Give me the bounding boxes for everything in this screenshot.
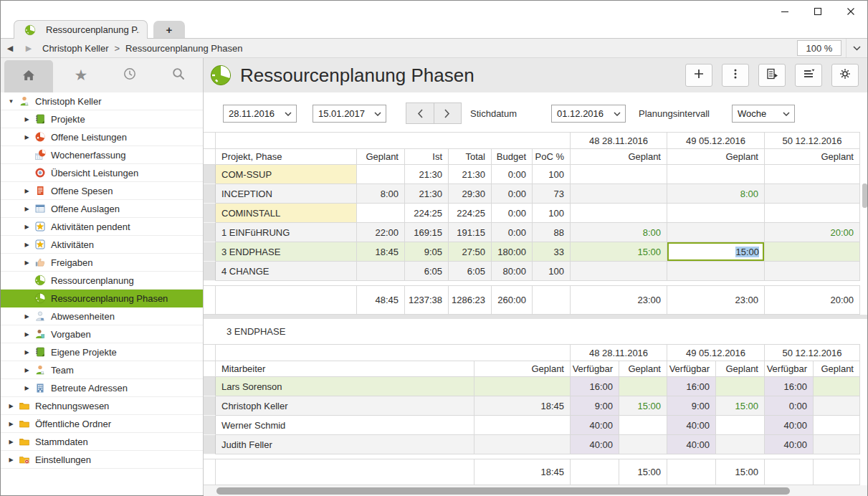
maximize-button[interactable]: [801, 1, 834, 22]
close-button[interactable]: [834, 1, 867, 22]
sidebar-item-betreute-adressen[interactable]: ▶Betreute Adressen: [1, 379, 203, 397]
chevron-collapsed-icon[interactable]: ▶: [22, 259, 32, 266]
chevron-down-icon[interactable]: [609, 105, 625, 122]
prev-week-button[interactable]: [406, 103, 434, 123]
sidebar-item-team[interactable]: ▶Team: [1, 361, 203, 379]
week-plan-cell[interactable]: [716, 377, 765, 396]
date-from-select[interactable]: 28.11.2016: [223, 105, 297, 123]
sidebar-item-wochenerfassung[interactable]: Wochenerfassung: [1, 146, 203, 164]
chevron-collapsed-icon[interactable]: ▶: [6, 439, 16, 445]
week-plan-cell[interactable]: [571, 262, 667, 281]
chevron-down-icon[interactable]: [370, 105, 386, 122]
sidebar-item-eigene-projekte[interactable]: ▶Eigene Projekte: [1, 343, 203, 361]
week-plan-cell[interactable]: [667, 165, 765, 184]
row-selector[interactable]: [204, 435, 216, 454]
week-plan-cell[interactable]: [814, 396, 860, 416]
scrollbar-thumb[interactable]: [862, 183, 867, 208]
chevron-down-icon[interactable]: [280, 105, 296, 122]
chevron-collapsed-icon[interactable]: ▶: [22, 313, 32, 320]
week-plan-cell[interactable]: [814, 377, 860, 396]
week-plan-cell[interactable]: [765, 184, 860, 204]
horizontal-scrollbar[interactable]: [204, 485, 867, 496]
zoom-level[interactable]: 100 %: [797, 40, 841, 56]
sidebar-item-projekte[interactable]: ▶Projekte: [1, 110, 203, 128]
chevron-collapsed-icon[interactable]: ▶: [6, 421, 16, 427]
sidebar-item-ressourcenplanung[interactable]: Ressourcenplanung: [1, 272, 203, 290]
tab-ressourcenplanung[interactable]: Ressourcenplanung P...: [14, 20, 148, 39]
week-plan-cell[interactable]: [765, 242, 860, 262]
week-plan-cell[interactable]: [571, 184, 667, 204]
sidebar-item-offene-auslagen[interactable]: ▶Offene Auslagen: [1, 200, 203, 218]
sidebar-item-ressourcenplanung-phasen[interactable]: Ressourcenplanung Phasen: [1, 290, 203, 307]
week-plan-cell[interactable]: 15:00: [571, 242, 667, 262]
week-plan-cell[interactable]: [765, 165, 860, 184]
week-plan-cell[interactable]: [814, 435, 860, 454]
week-plan-cell[interactable]: [619, 377, 667, 396]
sidebar-tab-search[interactable]: [154, 58, 203, 92]
week-plan-cell[interactable]: 8:00: [667, 184, 765, 204]
nav-forward-button[interactable]: ▶: [19, 44, 38, 53]
sidebar-item-offene-leistungen[interactable]: ▶Offene Leistungen: [1, 128, 203, 146]
sidebar-item-christoph-keller[interactable]: ▼Christoph Keller: [1, 92, 203, 110]
week-plan-cell[interactable]: [619, 416, 667, 435]
chevron-collapsed-icon[interactable]: ▶: [22, 367, 32, 373]
chevron-collapsed-icon[interactable]: ▶: [6, 403, 16, 409]
vertical-scrollbar[interactable]: [862, 133, 868, 313]
week-plan-cell[interactable]: 8:00: [571, 223, 667, 242]
add-button[interactable]: [685, 64, 712, 87]
chevron-collapsed-icon[interactable]: ▶: [22, 134, 32, 140]
scrollbar-thumb[interactable]: [216, 487, 790, 495]
next-week-button[interactable]: [434, 103, 462, 123]
row-selector[interactable]: [204, 262, 216, 281]
week-plan-input[interactable]: 15:00: [667, 242, 764, 261]
nav-back-button[interactable]: ◀: [1, 44, 19, 53]
chevron-down-icon[interactable]: [778, 105, 794, 122]
week-plan-cell[interactable]: [619, 435, 667, 454]
week-plan-cell[interactable]: [765, 204, 860, 223]
chevron-collapsed-icon[interactable]: ▶: [22, 385, 32, 391]
chevron-collapsed-icon[interactable]: ▶: [22, 349, 32, 356]
week-plan-cell[interactable]: [814, 416, 860, 435]
sidebar-item-aktivit-ten-pendent[interactable]: ▶Aktivitäten pendent: [1, 218, 203, 236]
more-button[interactable]: [722, 64, 749, 87]
sidebar-tab-home[interactable]: [4, 60, 53, 92]
minimize-button[interactable]: [768, 1, 801, 22]
row-selector[interactable]: [204, 396, 216, 416]
chevron-collapsed-icon[interactable]: ▶: [22, 116, 32, 123]
sidebar-item-rechnungswesen[interactable]: ▶Rechnungswesen: [1, 397, 203, 415]
chevron-collapsed-icon[interactable]: ▶: [22, 331, 32, 338]
week-plan-cell[interactable]: [667, 223, 765, 242]
chevron-collapsed-icon[interactable]: ▶: [22, 242, 32, 248]
sidebar-item-vorgaben[interactable]: ▶Vorgaben: [1, 325, 203, 343]
sidebar-item-stammdaten[interactable]: ▶Stammdaten: [1, 433, 203, 451]
row-selector[interactable]: [204, 204, 216, 223]
zoom-dropdown-button[interactable]: [846, 39, 867, 57]
week-plan-cell[interactable]: [716, 435, 765, 454]
sidebar-item-aktivit-ten[interactable]: ▶Aktivitäten: [1, 236, 203, 254]
week-plan-cell-editing[interactable]: 15:00: [667, 242, 765, 262]
week-plan-cell[interactable]: 15:00: [619, 396, 667, 416]
view-options-button[interactable]: [795, 64, 822, 87]
sidebar-item-abwesenheiten[interactable]: ▶Abwesenheiten: [1, 307, 203, 325]
sidebar-item-einstellungen[interactable]: ▶Einstellungen: [1, 451, 203, 469]
week-plan-cell[interactable]: [765, 262, 860, 281]
sidebar-tab-favorites[interactable]: ★: [57, 58, 105, 92]
stichdatum-select[interactable]: 01.12.2016: [551, 105, 626, 123]
week-plan-cell[interactable]: [667, 262, 765, 281]
week-plan-cell[interactable]: [667, 204, 765, 223]
week-plan-cell[interactable]: [716, 416, 765, 435]
date-to-select[interactable]: 15.01.2017: [313, 105, 386, 123]
week-plan-cell[interactable]: 15:00: [716, 396, 765, 416]
interval-select[interactable]: Woche: [732, 105, 795, 123]
chevron-collapsed-icon[interactable]: ▶: [22, 188, 32, 194]
chevron-collapsed-icon[interactable]: ▶: [22, 206, 32, 212]
row-selector[interactable]: [204, 242, 216, 262]
chevron-collapsed-icon[interactable]: ▶: [6, 457, 16, 463]
week-plan-cell[interactable]: 20:00: [765, 223, 860, 242]
week-plan-cell[interactable]: [571, 204, 667, 223]
sidebar-item--ffentliche-ordner[interactable]: ▶Öffentliche Ordner: [1, 415, 203, 433]
new-tab-button[interactable]: +: [153, 21, 185, 38]
row-selector[interactable]: [204, 416, 216, 435]
week-plan-cell[interactable]: [571, 165, 667, 184]
report-button[interactable]: [758, 64, 786, 87]
